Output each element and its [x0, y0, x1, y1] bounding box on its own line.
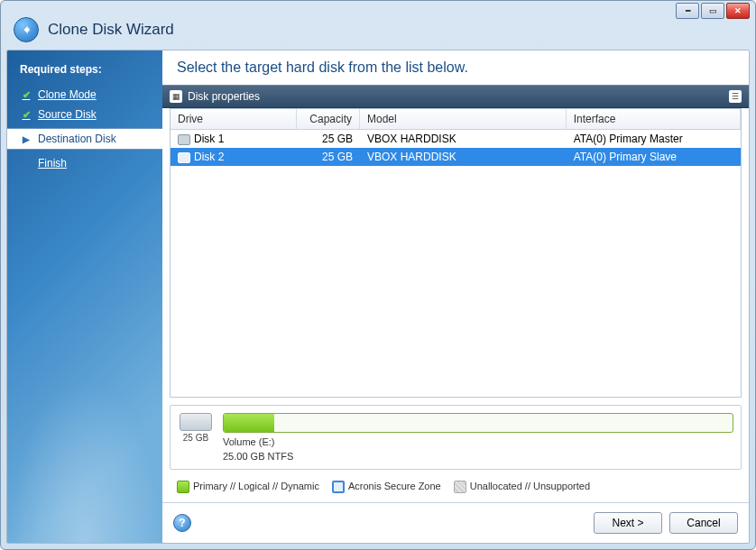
page-heading: Select the target hard disk from the lis…: [162, 50, 749, 85]
legend-secure-swatch: [332, 481, 345, 493]
disk-table: Drive Capacity Model Interface Disk 1 25…: [170, 108, 742, 398]
disk-icon: [178, 134, 190, 145]
footer: ? Next > Cancel: [162, 502, 749, 543]
disk-properties-header: ▦ Disk properties ☰: [162, 85, 749, 108]
sidebar-header: Required steps:: [7, 60, 162, 85]
col-drive[interactable]: Drive: [171, 109, 297, 129]
col-model[interactable]: Model: [360, 109, 567, 129]
step-finish[interactable]: • Finish: [7, 153, 162, 173]
cell-model: VBOX HARDDISK: [360, 133, 567, 145]
cancel-button[interactable]: Cancel: [669, 512, 738, 534]
check-icon: ✔: [20, 109, 32, 121]
volume-usage-bar: [223, 413, 733, 433]
disk-glyph: 25 GB: [178, 413, 214, 443]
legend: Primary // Logical // Dynamic Acronis Se…: [162, 477, 749, 502]
close-button[interactable]: ✕: [726, 3, 750, 19]
disk-icon: [178, 152, 190, 163]
main-panel: Select the target hard disk from the lis…: [162, 50, 749, 543]
back-button[interactable]: [14, 17, 39, 42]
legend-unalloc: Unallocated // Unsupported: [470, 481, 590, 491]
drive-icon: [180, 413, 212, 431]
check-icon: ✔: [20, 89, 32, 101]
volume-panel: 25 GB Volume (E:) 25.00 GB NTFS: [170, 405, 742, 470]
step-clone-mode[interactable]: ✔ Clone Mode: [7, 85, 162, 105]
table-header: Drive Capacity Model Interface: [171, 109, 741, 130]
step-destination-disk[interactable]: ▶ Destination Disk: [7, 128, 162, 150]
window-title: Clone Disk Wizard: [48, 21, 174, 39]
col-capacity[interactable]: Capacity: [297, 109, 360, 129]
maximize-button[interactable]: ▭: [701, 3, 724, 19]
cell-drive: Disk 2: [194, 151, 224, 163]
volume-usage-fill: [224, 414, 274, 432]
volume-size: 25 GB: [183, 433, 208, 443]
columns-icon[interactable]: ☰: [729, 90, 742, 103]
volume-bar-wrap: Volume (E:) 25.00 GB NTFS: [223, 413, 733, 462]
col-interface[interactable]: Interface: [567, 109, 741, 129]
cell-interface: ATA(0) Primary Master: [567, 133, 741, 145]
legend-primary: Primary // Logical // Dynamic: [193, 481, 319, 491]
legend-secure: Acronis Secure Zone: [348, 481, 441, 491]
volume-name: Volume (E:): [223, 436, 733, 447]
panel-title-text: Disk properties: [188, 90, 260, 103]
step-label: Destination Disk: [38, 133, 116, 145]
volume-detail: 25.00 GB NTFS: [223, 451, 733, 462]
window-controls: ━ ▭ ✕: [676, 3, 750, 19]
step-label: Clone Mode: [38, 88, 97, 101]
step-label: Source Disk: [38, 108, 97, 121]
arrow-left-icon: [20, 23, 32, 36]
cell-model: VBOX HARDDISK: [360, 151, 567, 163]
next-button[interactable]: Next >: [594, 512, 662, 534]
wizard-window: ━ ▭ ✕ Clone Disk Wizard Required steps: …: [0, 0, 756, 550]
cell-interface: ATA(0) Primary Slave: [567, 151, 741, 163]
titlebar: Clone Disk Wizard: [1, 1, 755, 50]
chevron-right-icon: ▶: [20, 134, 32, 144]
legend-unalloc-swatch: [454, 481, 466, 493]
cell-capacity: 25 GB: [297, 151, 360, 163]
table-row[interactable]: Disk 2 25 GB VBOX HARDDISK ATA(0) Primar…: [171, 148, 741, 166]
minimize-button[interactable]: ━: [676, 3, 699, 19]
cell-capacity: 25 GB: [297, 133, 360, 145]
legend-primary-swatch: [177, 481, 189, 493]
step-source-disk[interactable]: ✔ Source Disk: [7, 105, 162, 124]
steps-sidebar: Required steps: ✔ Clone Mode ✔ Source Di…: [7, 50, 162, 543]
help-icon[interactable]: ?: [173, 514, 191, 532]
cell-drive: Disk 1: [194, 133, 224, 145]
table-row[interactable]: Disk 1 25 GB VBOX HARDDISK ATA(0) Primar…: [171, 130, 741, 148]
content-area: Required steps: ✔ Clone Mode ✔ Source Di…: [6, 50, 750, 544]
step-label: Finish: [38, 157, 67, 170]
properties-icon: ▦: [170, 90, 182, 103]
